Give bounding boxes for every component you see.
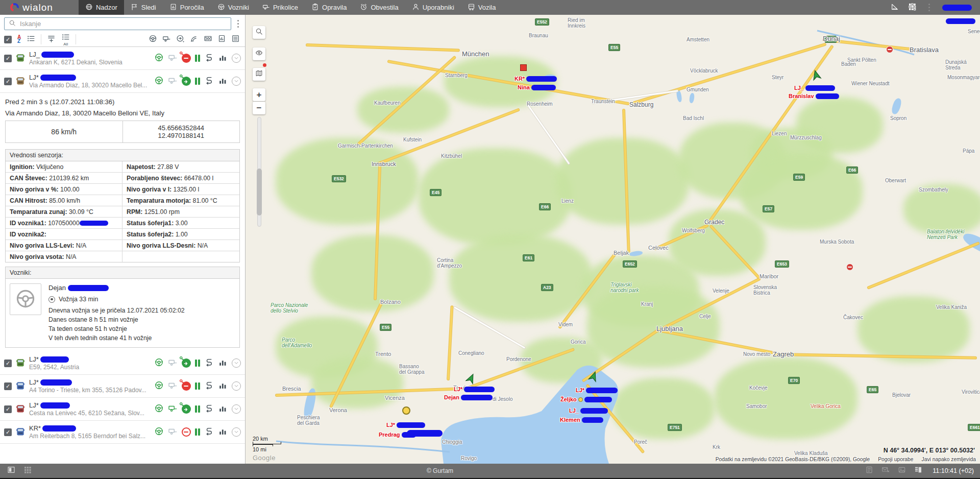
driver-status-icon[interactable] — [154, 357, 164, 369]
driver-name[interactable]: Dejan — [48, 283, 185, 293]
properties-column-icon[interactable] — [231, 34, 240, 44]
unit-square-marker[interactable] — [520, 64, 527, 71]
terms-link[interactable]: Pogoji uporabe — [878, 457, 913, 462]
unit-map-label[interactable]: Branislav — [789, 93, 839, 99]
expand-chevron-icon[interactable] — [232, 427, 241, 437]
add-to-list-icon[interactable] — [47, 34, 56, 44]
unit-name[interactable]: LJ_ — [29, 51, 151, 58]
route-icon[interactable] — [204, 53, 214, 64]
zoom-out-button[interactable]: − — [253, 102, 265, 114]
road-closed-icon[interactable] — [846, 264, 853, 271]
unit-circle-marker[interactable] — [402, 406, 410, 415]
tab-prikolice[interactable]: Prikolice — [256, 0, 305, 15]
chart-icon[interactable] — [218, 357, 228, 369]
track-column-icon[interactable] — [204, 34, 212, 44]
tab-nadzor[interactable]: Nadzor — [79, 0, 124, 15]
map-search-icon[interactable] — [253, 26, 265, 39]
unit-row[interactable]: ✓LJ*Via Armando Diaz, 18, 30020 Macello … — [0, 70, 245, 93]
unit-row[interactable]: ✓LJ_Ankaran K, 6271 Dekani, Slovenia — [0, 47, 245, 70]
chart-icon[interactable] — [218, 426, 228, 438]
unit-map-label[interactable]: Klemen — [560, 417, 603, 423]
topbar-menu-icon[interactable] — [925, 2, 934, 13]
expand-chevron-icon[interactable] — [232, 404, 241, 414]
tab-vozniki[interactable]: Vozniki — [211, 0, 256, 15]
hide-panel-icon[interactable] — [7, 466, 15, 476]
map-layers-icon[interactable] — [253, 68, 265, 81]
chart-icon[interactable] — [218, 403, 228, 415]
unit-arrow-marker[interactable] — [588, 371, 599, 384]
report-error-link[interactable]: Javi napako zemljevida — [922, 457, 976, 462]
apps-grid-icon[interactable] — [908, 3, 916, 13]
trailer-status-icon[interactable] — [168, 357, 178, 369]
select-all-checkbox[interactable]: ✓ — [4, 36, 12, 43]
unit-checkbox[interactable]: ✓ — [4, 360, 12, 367]
unit-map-label[interactable]: LJ* — [454, 386, 495, 392]
send-command-icon[interactable] — [176, 34, 185, 44]
messages-icon[interactable] — [881, 466, 890, 476]
tab-obvestila[interactable]: Obvestila — [353, 0, 405, 15]
tab-sledi[interactable]: Sledi — [124, 0, 163, 15]
driver-status-icon[interactable] — [154, 403, 164, 415]
expand-chevron-icon[interactable] — [232, 381, 241, 391]
measure-tool-icon[interactable] — [891, 3, 899, 13]
map-view[interactable]: + − 20 km 10 mi Google N 46° 34.0994', E… — [246, 15, 980, 464]
unit-row[interactable]: ✓LJ*E59, 2542, Austria — [0, 352, 245, 375]
unit-checkbox[interactable]: ✓ — [4, 405, 12, 413]
chart-icon[interactable] — [218, 53, 228, 64]
search-box[interactable] — [4, 17, 231, 30]
driver-status-icon[interactable] — [154, 380, 164, 392]
log-icon[interactable] — [865, 466, 873, 476]
driver-status-icon[interactable] — [154, 76, 164, 87]
expand-chevron-icon[interactable] — [232, 358, 241, 368]
route-icon[interactable] — [204, 380, 214, 392]
unit-row[interactable]: ✓LJ*A4 Torino - Trieste, km 355, 35126 P… — [0, 375, 245, 398]
expand-chevron-icon[interactable] — [232, 54, 241, 63]
copyright[interactable]: © Gurtam — [427, 467, 453, 474]
driver-column-icon[interactable] — [149, 34, 157, 44]
unit-map-label[interactable]: Dejan — [444, 394, 493, 400]
tab-poročila[interactable]: Poročila — [163, 0, 211, 15]
unit-row[interactable]: ✓KR*Am Reiterbach 8, 5165 Berndorf bei S… — [0, 421, 245, 444]
unit-map-label[interactable]: LJ* — [386, 422, 425, 428]
chart-icon[interactable] — [218, 380, 228, 392]
unit-name[interactable]: LJ* — [29, 378, 151, 386]
media-icon[interactable] — [898, 466, 906, 476]
trailer-status-icon[interactable] — [168, 380, 178, 392]
route-icon[interactable] — [204, 426, 214, 438]
unit-checkbox[interactable]: ✓ — [4, 55, 12, 62]
apps-icon[interactable] — [23, 466, 32, 476]
tab-uporabniki[interactable]: Uporabniki — [405, 0, 461, 15]
route-icon[interactable] — [204, 76, 214, 87]
signal-column-icon[interactable] — [190, 34, 199, 44]
user-name-redacted[interactable] — [942, 5, 972, 11]
unit-arrow-marker[interactable] — [811, 69, 822, 83]
unit-checkbox[interactable]: ✓ — [4, 428, 12, 436]
unit-map-label[interactable]: LJ_ — [569, 408, 608, 414]
driver-status-icon[interactable] — [154, 426, 164, 438]
trailer-column-icon[interactable] — [162, 34, 171, 44]
road-closed-icon[interactable] — [886, 46, 893, 53]
route-icon[interactable] — [204, 403, 214, 415]
chart-icon[interactable] — [218, 76, 228, 87]
search-input[interactable] — [19, 19, 227, 28]
unit-map-label[interactable]: Nina — [518, 84, 556, 90]
trailer-status-icon[interactable] — [168, 426, 178, 438]
route-icon[interactable] — [204, 357, 214, 369]
report-column-icon[interactable] — [217, 34, 226, 44]
unit-name[interactable]: KR* — [29, 424, 151, 432]
unit-map-label[interactable]: KR* — [514, 76, 557, 82]
tab-opravila[interactable]: Opravila — [305, 0, 353, 15]
unit-checkbox[interactable]: ✓ — [4, 78, 12, 85]
zoom-slider-thumb[interactable] — [257, 169, 262, 215]
map-visibility-eye-icon[interactable] — [253, 47, 265, 60]
unit-map-label[interactable]: LJ_ — [794, 85, 835, 91]
unit-map-label[interactable]: LJ* — [576, 387, 618, 393]
sort-az-icon[interactable]: AZ — [17, 35, 21, 43]
trailer-status-icon[interactable] — [168, 403, 178, 415]
trailer-status-icon[interactable] — [168, 76, 178, 87]
layout-icon[interactable] — [914, 466, 922, 476]
unit-row[interactable]: ✓LJ*Cesta na Lenivec 45, 6210 Sežana, Sl… — [0, 398, 245, 421]
zoom-slider[interactable] — [257, 117, 261, 227]
tab-vozila[interactable]: Vozila — [461, 0, 503, 15]
show-all-icon[interactable]: All — [61, 33, 70, 46]
